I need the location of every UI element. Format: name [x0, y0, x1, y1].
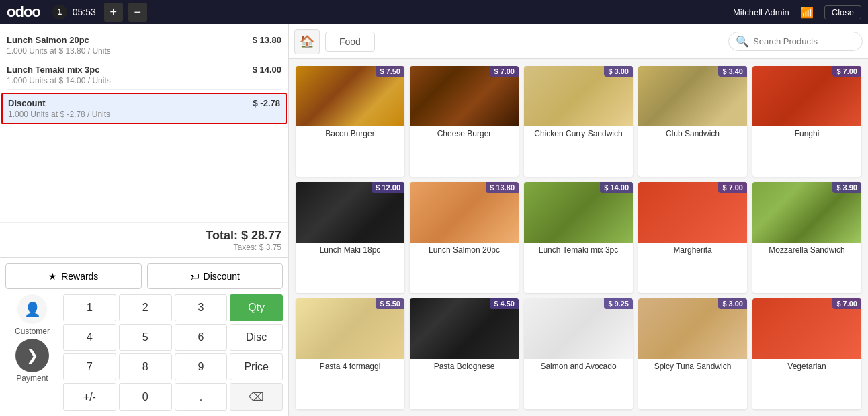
product-card[interactable]: $ 7.50 Bacon Burger: [296, 66, 404, 177]
product-card[interactable]: $ 7.00 Vegetarian: [752, 298, 861, 409]
numpad-key-7[interactable]: 7: [63, 353, 116, 380]
product-image: $ 12.00: [296, 182, 404, 243]
numpad-key-qty[interactable]: Qty: [230, 294, 283, 321]
product-name: Lunch Maki 18pc: [296, 243, 404, 260]
close-button[interactable]: Close: [824, 5, 861, 19]
product-image: $ 3.90: [752, 182, 861, 243]
numpad-key-4[interactable]: 4: [63, 324, 116, 351]
product-card[interactable]: $ 3.00 Chicken Curry Sandwich: [524, 66, 633, 177]
product-image: $ 4.50: [410, 298, 519, 359]
product-price-badge: $ 7.00: [832, 66, 861, 77]
product-card[interactable]: $ 9.25 Salmon and Avocado: [524, 298, 633, 409]
order-item[interactable]: Lunch Temaki mix 3pc $ 14.00 1.000 Units…: [7, 60, 281, 90]
product-name: Club Sandwich: [638, 126, 747, 144]
tag-icon: 🏷: [190, 271, 200, 282]
product-card[interactable]: $ 13.80 Lunch Salmon 20pc: [410, 182, 519, 293]
product-card[interactable]: $ 4.50 Pasta Bolognese: [410, 298, 519, 409]
numpad-key-5[interactable]: 5: [119, 324, 172, 351]
numpad-key-8[interactable]: 8: [119, 353, 172, 380]
order-item-sub: 1.000 Units at $ 13.80 / Units: [7, 46, 281, 56]
product-price-badge: $ 12.00: [372, 182, 404, 193]
search-input[interactable]: [753, 36, 866, 46]
product-card[interactable]: $ 3.90 Mozzarella Sandwich: [752, 182, 861, 293]
numpad-area: 👤 Customer ❯ Payment 123Qty456Disc789Pri…: [5, 294, 283, 411]
product-name: Funghi: [752, 126, 861, 144]
numpad-grid: 123Qty456Disc789Price+/-0.⌫: [63, 294, 283, 411]
product-name: Vegetarian: [752, 359, 861, 376]
product-image: $ 7.00: [752, 298, 861, 359]
topbar-time: 05:53: [73, 7, 96, 17]
product-image: $ 3.40: [638, 66, 747, 126]
total-label: Total:: [206, 228, 238, 242]
left-panel: Lunch Salmon 20pc $ 13.80 1.000 Units at…: [0, 24, 289, 416]
product-name: Lunch Salmon 20pc: [410, 243, 519, 260]
discount-button[interactable]: 🏷 Discount: [147, 263, 284, 289]
numpad-key-[interactable]: ⌫: [230, 383, 283, 411]
product-image: $ 3.00: [524, 66, 633, 126]
product-price-badge: $ 13.80: [486, 182, 519, 193]
numpad-key-disc[interactable]: Disc: [230, 324, 283, 351]
product-card[interactable]: $ 7.00 Funghi: [752, 66, 861, 177]
total-value: $ 28.77: [241, 228, 281, 242]
product-name: Pasta 4 formaggi: [296, 359, 404, 376]
user-name: Mitchell Admin: [733, 7, 789, 17]
customer-label: Customer: [15, 327, 50, 336]
numpad-key-6[interactable]: 6: [175, 324, 228, 351]
product-image: $ 7.00: [638, 182, 747, 243]
numpad-key-price[interactable]: Price: [230, 353, 283, 380]
product-price-badge: $ 14.00: [600, 182, 633, 193]
product-card[interactable]: $ 7.00 Cheese Burger: [410, 66, 519, 177]
numpad-key-2[interactable]: 2: [119, 294, 172, 321]
product-name: Margherita: [638, 243, 747, 260]
product-name: Salmon and Avocado: [524, 359, 633, 376]
product-card[interactable]: $ 14.00 Lunch Temaki mix 3pc: [524, 182, 633, 293]
food-tab[interactable]: Food: [325, 32, 375, 52]
order-item-name: Lunch Temaki mix 3pc: [7, 65, 99, 75]
numpad-key-3[interactable]: 3: [175, 294, 228, 321]
numpad-key-[interactable]: +/-: [63, 383, 116, 411]
order-item-name: Lunch Salmon 20pc: [7, 35, 89, 45]
order-item-name: Discount: [8, 98, 46, 108]
numpad-key-1[interactable]: 1: [63, 294, 116, 321]
product-card[interactable]: $ 12.00 Lunch Maki 18pc: [296, 182, 404, 293]
product-image: $ 9.25: [524, 298, 633, 359]
product-image: $ 5.50: [296, 298, 404, 359]
payment-label: Payment: [16, 374, 48, 383]
product-price-badge: $ 7.00: [718, 182, 747, 193]
search-box: 🔍 ✕: [728, 32, 863, 51]
order-item-price: $ 13.80: [253, 35, 281, 45]
home-button[interactable]: 🏠: [294, 29, 320, 54]
order-item-sub: 1.000 Units at $ 14.00 / Units: [7, 76, 281, 85]
product-image: $ 13.80: [410, 182, 519, 243]
product-price-badge: $ 9.25: [604, 298, 633, 309]
product-card[interactable]: $ 5.50 Pasta 4 formaggi: [296, 298, 404, 409]
order-item[interactable]: Lunch Salmon 20pc $ 13.80 1.000 Units at…: [7, 31, 281, 60]
order-item[interactable]: Discount $ -2.78 1.000 Units at $ -2.78 …: [1, 93, 287, 124]
minus-button[interactable]: −: [128, 3, 147, 22]
product-card[interactable]: $ 7.00 Margherita: [638, 182, 747, 293]
right-panel: 🏠 Food 🔍 ✕ $ 7.50 Bacon Burger $ 7.00 Ch…: [289, 24, 868, 416]
product-image: $ 3.00: [638, 298, 747, 359]
product-image: $ 7.00: [752, 66, 861, 126]
product-price-badge: $ 5.50: [376, 298, 404, 309]
order-item-price: $ 14.00: [253, 65, 281, 75]
payment-button[interactable]: ❯ Payment: [15, 339, 49, 383]
product-card[interactable]: $ 3.00 Spicy Tuna Sandwich: [638, 298, 747, 409]
product-name: Cheese Burger: [410, 126, 519, 144]
product-price-badge: $ 7.00: [832, 298, 861, 309]
order-total: Total: $ 28.77: [7, 228, 281, 243]
numpad-key-0[interactable]: 0: [119, 383, 172, 411]
product-card[interactable]: $ 3.40 Club Sandwich: [638, 66, 747, 177]
order-item-price: $ -2.78: [253, 98, 280, 108]
customer-area: 👤 Customer ❯ Payment: [5, 294, 59, 411]
numpad-key-[interactable]: .: [175, 383, 228, 411]
product-name: Bacon Burger: [296, 126, 404, 144]
add-order-button[interactable]: +: [104, 3, 123, 22]
product-price-badge: $ 7.00: [490, 66, 519, 77]
home-icon: 🏠: [300, 34, 314, 49]
product-image: $ 7.00: [410, 66, 519, 126]
rewards-button[interactable]: ★ Rewards: [5, 263, 142, 289]
search-icon: 🔍: [736, 35, 749, 48]
numpad-key-9[interactable]: 9: [175, 353, 228, 380]
product-name: Spicy Tuna Sandwich: [638, 359, 747, 376]
